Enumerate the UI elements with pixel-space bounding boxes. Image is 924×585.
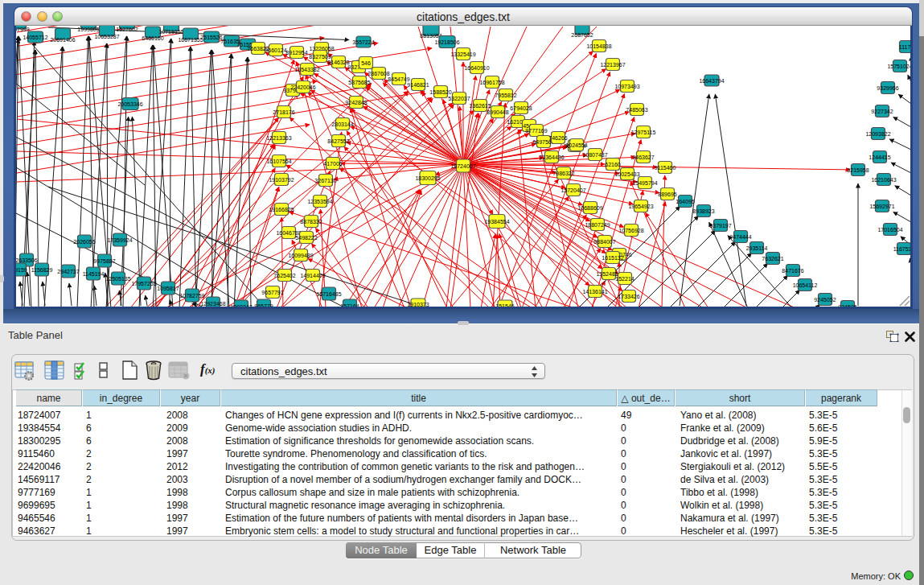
svg-text:17016504: 17016504 — [877, 227, 902, 233]
svg-text:9777169: 9777169 — [525, 128, 547, 134]
svg-text:151546: 151546 — [495, 303, 514, 307]
svg-text:8912954: 8912954 — [285, 50, 307, 56]
svg-text:2803144: 2803144 — [331, 122, 353, 127]
svg-text:16107554: 16107554 — [266, 159, 291, 164]
svg-text:9660124: 9660124 — [265, 47, 286, 53]
svg-text:8471676: 8471676 — [782, 268, 803, 274]
svg-text:152214: 152214 — [615, 276, 634, 282]
svg-text:12353594: 12353594 — [307, 199, 332, 204]
svg-text:1527602: 1527602 — [116, 27, 138, 32]
svg-text:17957253: 17957253 — [131, 281, 156, 286]
svg-text:10025433: 10025433 — [614, 171, 639, 177]
svg-text:8327509: 8327509 — [309, 54, 331, 60]
svg-text:20053346: 20053346 — [117, 101, 142, 107]
svg-text:16961758: 16961758 — [479, 80, 504, 85]
svg-text:2633506: 2633506 — [16, 257, 38, 263]
svg-text:62160: 62160 — [605, 162, 621, 167]
svg-text:3267130: 3267130 — [314, 178, 336, 183]
svg-text:924505: 924505 — [838, 304, 856, 307]
svg-text:12213967: 12213967 — [600, 62, 625, 68]
svg-text:15751024: 15751024 — [887, 64, 910, 69]
svg-text:1024554: 1024554 — [565, 142, 587, 148]
svg-text:6466160: 6466160 — [142, 35, 163, 41]
svg-text:16099489: 16099489 — [288, 253, 313, 258]
svg-text:12213363: 12213363 — [266, 135, 291, 141]
svg-text:8146328: 8146328 — [327, 60, 349, 65]
svg-text:16210643: 16210643 — [871, 177, 896, 183]
svg-text:9329966: 9329966 — [877, 85, 898, 91]
svg-text:1292347: 1292347 — [230, 304, 252, 307]
svg-text:157164: 157164 — [340, 303, 359, 307]
svg-text:8427552: 8427552 — [327, 138, 349, 144]
svg-text:1095817: 1095817 — [157, 286, 179, 291]
svg-text:18300295: 18300295 — [415, 175, 440, 181]
svg-text:9474444: 9474444 — [729, 234, 751, 240]
svg-text:2026055: 2026055 — [73, 239, 95, 245]
svg-text:1733426: 1733426 — [618, 294, 639, 299]
svg-text:8215958: 8215958 — [847, 167, 869, 173]
svg-text:10543382: 10543382 — [294, 67, 319, 72]
svg-text:15716485: 15716485 — [316, 291, 341, 297]
svg-text:19218506: 19218506 — [434, 39, 459, 45]
svg-text:965779: 965779 — [254, 303, 273, 307]
svg-text:22420046: 22420046 — [290, 84, 315, 90]
svg-text:7955812: 7955812 — [495, 93, 516, 98]
svg-text:7515526: 7515526 — [200, 35, 222, 40]
svg-text:2935114: 2935114 — [746, 245, 768, 251]
svg-text:14914479: 14914479 — [300, 273, 325, 278]
svg-text:16671355: 16671355 — [178, 37, 203, 43]
svg-text:5498222: 5498222 — [295, 235, 317, 241]
svg-text:1145194: 1145194 — [83, 271, 105, 277]
svg-text:3557224: 3557224 — [352, 39, 374, 45]
svg-text:39159: 39159 — [16, 267, 27, 273]
svg-text:19654923: 19654923 — [628, 204, 653, 209]
svg-text:1156829: 1156829 — [31, 267, 53, 273]
svg-text:9657791: 9657791 — [261, 290, 283, 295]
svg-text:2718176: 2718176 — [273, 109, 294, 115]
svg-text:9242848: 9242848 — [345, 100, 367, 105]
svg-text:15720407: 15720407 — [561, 187, 585, 193]
svg-text:8938923: 8938923 — [692, 208, 714, 214]
svg-text:12093822: 12093822 — [865, 131, 890, 137]
svg-text:1910373: 1910373 — [407, 302, 429, 307]
svg-text:19103792: 19103792 — [269, 177, 294, 183]
svg-text:18807249: 18807249 — [585, 222, 610, 228]
svg-text:2942737: 2942737 — [57, 269, 79, 274]
svg-text:10654112: 10654112 — [793, 282, 818, 288]
svg-text:1615132: 1615132 — [602, 255, 623, 261]
svg-text:6794028: 6794028 — [510, 105, 532, 111]
svg-text:10653287: 10653287 — [94, 34, 119, 39]
svg-text:2867608: 2867608 — [368, 71, 389, 76]
svg-text:14055712: 14055712 — [23, 35, 47, 40]
svg-text:12505135: 12505135 — [105, 276, 130, 282]
svg-text:14136141: 14136141 — [582, 289, 607, 295]
svg-text:12923468: 12923468 — [200, 301, 225, 307]
svg-text:5875685: 5875685 — [348, 80, 370, 85]
svg-text:1588520: 1588520 — [429, 89, 451, 95]
svg-text:10719155: 10719155 — [158, 29, 183, 35]
svg-text:9227342: 9227342 — [871, 109, 893, 114]
svg-text:7485063: 7485063 — [626, 107, 647, 113]
svg-text:18724007: 18724007 — [450, 163, 475, 169]
svg-text:16640910: 16640910 — [464, 65, 489, 71]
svg-text:10688609: 10688609 — [577, 205, 602, 211]
svg-text:9245052: 9245052 — [814, 297, 836, 303]
svg-text:1167533: 1167533 — [893, 246, 910, 252]
svg-text:7632621: 7632621 — [762, 256, 783, 262]
svg-text:10807487: 10807487 — [582, 152, 607, 158]
svg-text:16643794: 16643794 — [699, 78, 724, 84]
svg-text:546: 546 — [361, 60, 371, 66]
svg-text:417006: 417006 — [323, 161, 342, 167]
svg-text:12975115: 12975115 — [631, 130, 656, 135]
svg-text:15692971: 15692971 — [869, 204, 894, 209]
svg-text:17359924: 17359924 — [107, 237, 132, 243]
svg-text:10782759: 10782759 — [179, 293, 204, 299]
svg-text:19384554: 19384554 — [484, 219, 509, 225]
svg-text:2687652: 2687652 — [571, 32, 593, 38]
svg-text:8454749: 8454749 — [388, 76, 409, 82]
svg-text:746266: 746266 — [548, 135, 567, 141]
svg-text:9975887: 9975887 — [93, 258, 115, 264]
svg-text:9146821: 9146821 — [407, 82, 429, 88]
svg-text:10756928: 10756928 — [618, 228, 643, 233]
svg-text:2057999: 2057999 — [16, 27, 30, 32]
